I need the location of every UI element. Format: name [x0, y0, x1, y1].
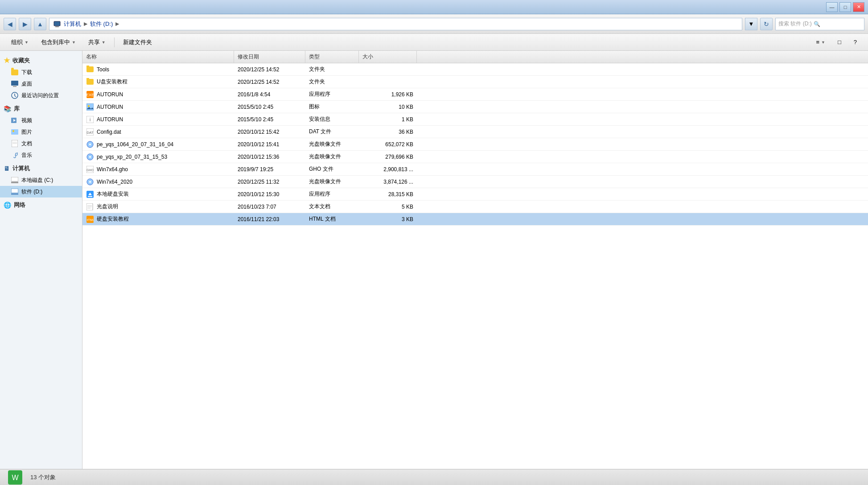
sidebar-item-drive-c[interactable]: 本地磁盘 (C:) — [0, 174, 82, 186]
share-button[interactable]: 共享 ▼ — [82, 36, 111, 49]
file-type-cell: 应用程序 — [305, 190, 359, 198]
svg-rect-37 — [88, 196, 92, 197]
help-button[interactable]: ? — [848, 36, 863, 49]
up-button[interactable]: ▲ — [34, 18, 46, 30]
drive-c-icon — [11, 176, 19, 184]
sidebar-item-documents[interactable]: 文档 — [0, 138, 82, 149]
file-icon: HTML — [86, 215, 94, 223]
file-icon — [86, 78, 94, 86]
table-row[interactable]: GHO Win7x64.gho 2019/9/7 19:25 GHO 文件 2,… — [82, 163, 868, 176]
organize-button[interactable]: 组织 ▼ — [5, 36, 34, 49]
network-header[interactable]: 🌐 网络 — [0, 199, 82, 211]
sidebar-item-recent[interactable]: 最近访问的位置 — [0, 90, 82, 101]
maximize-button[interactable]: □ — [839, 2, 851, 12]
file-date-cell: 2019/9/7 19:25 — [234, 166, 305, 173]
table-row[interactable]: EXE AUTORUN 2016/1/8 4:54 应用程序 1,926 KB — [82, 88, 868, 101]
search-box[interactable]: 搜索 软件 (D:) 🔍 — [775, 18, 864, 30]
file-size-cell: 36 KB — [359, 129, 417, 135]
title-bar: — □ ✕ — [0, 0, 868, 14]
status-count: 13 个对象 — [30, 473, 56, 481]
svg-point-34 — [89, 181, 91, 183]
favorites-header[interactable]: ★ 收藏夹 — [0, 54, 82, 66]
library-header[interactable]: 📚 库 — [0, 103, 82, 115]
table-row[interactable]: 光盘说明 2016/10/23 7:07 文本文档 5 KB — [82, 201, 868, 213]
file-date-cell: 2016/11/21 22:03 — [234, 216, 305, 222]
col-header-date[interactable]: 修改日期 — [234, 51, 305, 63]
file-type-cell: 光盘映像文件 — [305, 153, 359, 160]
table-row[interactable]: i AUTORUN 2015/5/10 2:45 安装信息 1 KB — [82, 113, 868, 126]
svg-text:GHO: GHO — [86, 169, 94, 172]
file-name-cell: 光盘说明 — [82, 203, 234, 211]
file-size-cell: 28,315 KB — [359, 191, 417, 197]
sidebar-item-downloads[interactable]: 下载 — [0, 66, 82, 78]
table-row[interactable]: DAT Config.dat 2020/10/12 15:42 DAT 文件 3… — [82, 126, 868, 138]
archive-button[interactable]: 包含到库中 ▼ — [35, 36, 82, 49]
col-header-size[interactable]: 大小 — [359, 51, 417, 63]
file-name-cell: U盘安装教程 — [82, 78, 234, 86]
sidebar-item-music[interactable]: 音乐 — [0, 149, 82, 161]
table-row[interactable]: U盘安装教程 2020/12/25 14:52 文件夹 — [82, 76, 868, 88]
path-computer[interactable]: 计算机 — [64, 20, 81, 28]
pictures-icon — [11, 128, 19, 136]
file-name-cell: GHO Win7x64.gho — [82, 165, 234, 173]
table-row[interactable]: Tools 2020/12/25 14:52 文件夹 — [82, 63, 868, 76]
file-size-cell: 279,696 KB — [359, 154, 417, 160]
path-drive[interactable]: 软件 (D:) — [90, 20, 113, 28]
table-row[interactable]: HTML 硬盘安装教程 2016/11/21 22:03 HTML 文档 3 K… — [82, 213, 868, 226]
file-size-cell: 10 KB — [359, 104, 417, 110]
table-row[interactable]: Win7x64_2020 2020/12/25 11:32 光盘映像文件 3,8… — [82, 176, 868, 188]
computer-header[interactable]: 🖥 计算机 — [0, 163, 82, 174]
file-type-cell: GHO 文件 — [305, 165, 359, 173]
svg-text:EXE: EXE — [86, 93, 94, 97]
back-button[interactable]: ◀ — [4, 18, 16, 30]
dropdown-button[interactable]: ▼ — [745, 18, 757, 30]
file-date-cell: 2016/10/23 7:07 — [234, 204, 305, 210]
forward-button[interactable]: ▶ — [19, 18, 31, 30]
file-date-cell: 2016/1/8 4:54 — [234, 91, 305, 98]
svg-rect-16 — [11, 189, 18, 193]
sidebar-item-pictures[interactable]: 图片 — [0, 126, 82, 138]
file-type-cell: 文件夹 — [305, 66, 359, 73]
table-row[interactable]: AUTORUN 2015/5/10 2:45 图标 10 KB — [82, 101, 868, 113]
svg-rect-0 — [54, 21, 60, 26]
file-date-cell: 2020/12/25 14:52 — [234, 79, 305, 85]
svg-rect-9 — [11, 129, 18, 135]
col-header-type[interactable]: 类型 — [305, 51, 359, 63]
file-size-cell: 3,874,126 ... — [359, 179, 417, 185]
file-name-cell: Win7x64_2020 — [82, 178, 234, 186]
layout-button[interactable]: □ — [832, 36, 847, 49]
file-date-cell: 2020/12/25 11:32 — [234, 179, 305, 185]
favorites-star-icon: ★ — [4, 56, 10, 65]
file-date-cell: 2020/10/12 15:30 — [234, 191, 305, 197]
svg-rect-1 — [55, 26, 59, 27]
music-icon — [11, 151, 19, 159]
file-date-cell: 2015/5/10 2:45 — [234, 116, 305, 123]
status-app-icon: W — [5, 470, 25, 485]
library-section: 📚 库 视频 图片 文档 — [0, 103, 82, 161]
table-row[interactable]: pe_yqs_1064_20_07_31_16_04 2020/10/12 15… — [82, 138, 868, 151]
file-date-cell: 2020/12/25 14:52 — [234, 66, 305, 73]
refresh-button[interactable]: ↻ — [760, 18, 773, 30]
search-placeholder: 搜索 软件 (D:) — [778, 20, 812, 28]
file-name-cell: AUTORUN — [82, 103, 234, 111]
file-icon: DAT — [86, 128, 94, 136]
sidebar-item-videos[interactable]: 视频 — [0, 115, 82, 126]
path-computer-icon — [53, 20, 61, 28]
file-size-cell: 2,900,813 ... — [359, 166, 417, 173]
sidebar-item-drive-d[interactable]: 软件 (D:) — [0, 186, 82, 197]
table-row[interactable]: pe_yqs_xp_20_07_31_15_53 2020/10/12 15:3… — [82, 151, 868, 163]
col-header-name[interactable]: 名称 — [82, 51, 234, 63]
status-bar: W 13 个对象 — [0, 469, 868, 485]
downloads-icon — [11, 68, 19, 76]
network-section: 🌐 网络 — [0, 199, 82, 211]
file-type-cell: 文件夹 — [305, 78, 359, 86]
view-button[interactable]: ≡ ▼ — [810, 36, 831, 49]
close-button[interactable]: ✕ — [853, 2, 864, 12]
file-size-cell: 5 KB — [359, 204, 417, 210]
file-date-cell: 2020/10/12 15:36 — [234, 154, 305, 160]
table-row[interactable]: 本地硬盘安装 2020/10/12 15:30 应用程序 28,315 KB — [82, 188, 868, 201]
file-name-cell: DAT Config.dat — [82, 128, 234, 136]
minimize-button[interactable]: — — [826, 2, 838, 12]
sidebar-item-desktop[interactable]: 桌面 — [0, 78, 82, 90]
new-folder-button[interactable]: 新建文件夹 — [117, 36, 158, 49]
